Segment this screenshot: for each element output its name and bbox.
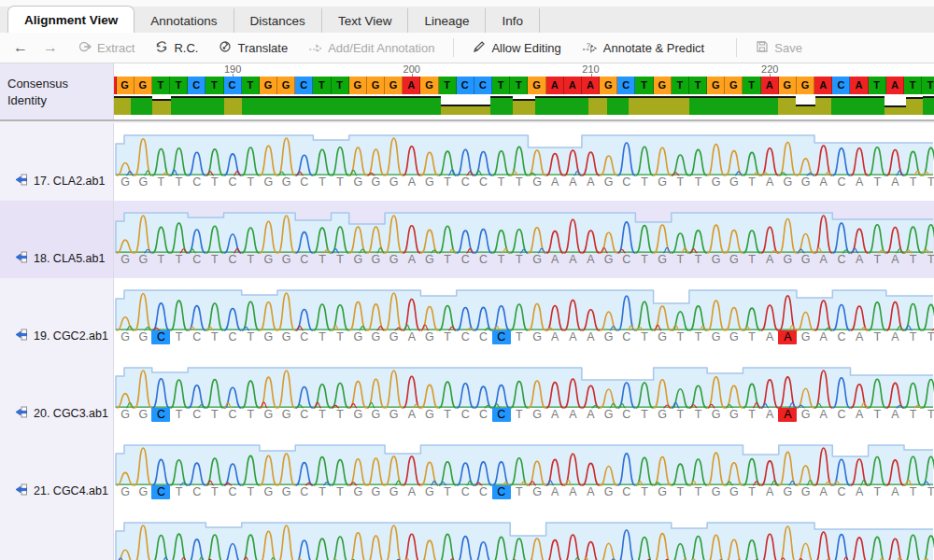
annotate-predict-button[interactable]: ? Annotate & Predict [580,39,706,57]
base[interactable]: T [331,330,349,344]
tab-lineage[interactable]: Lineage [408,8,486,33]
row-name[interactable]: 20. CGC3.ab1 [15,406,108,421]
base[interactable]: C [492,408,511,422]
base[interactable]: A [760,485,779,499]
consensus-base[interactable]: T [510,77,528,94]
base[interactable]: G [600,330,618,344]
base[interactable]: T [241,408,260,422]
consensus-base[interactable]: C [224,77,242,94]
base[interactable]: A [885,330,904,344]
base[interactable]: G [116,408,134,422]
base[interactable]: A [885,485,904,499]
base[interactable]: T [635,485,654,499]
translate-button[interactable]: Translate [217,38,290,57]
base[interactable]: T [510,253,529,267]
base[interactable]: G [600,175,618,189]
base[interactable]: C [188,330,206,344]
rc-button[interactable]: R.C. [153,38,200,57]
base[interactable]: T [438,408,457,422]
base[interactable]: G [725,330,743,344]
base[interactable]: A [563,485,582,499]
consensus-base[interactable]: G [420,77,438,94]
base[interactable]: T [868,408,886,422]
base[interactable]: A [814,408,833,422]
base[interactable]: G [653,175,672,189]
consensus-base[interactable]: A [814,77,832,94]
base[interactable]: G [366,175,385,189]
sequence-letters[interactable]: GGCTCTCTGGCTTGGGAGTCCCTGAAAGCTGTTGGTAAGA… [114,330,934,345]
base[interactable]: C [832,175,851,189]
base[interactable]: G [348,175,367,189]
sequence-letters[interactable]: GGTTCTCTGGCTTGGGAGTCCTTGAAAGCTGTTGGTAGGA… [114,253,934,268]
base[interactable]: G [277,175,296,189]
base[interactable]: T [331,485,349,499]
base[interactable]: G [348,485,367,499]
base[interactable]: C [617,408,636,422]
base[interactable]: G [653,330,672,344]
base[interactable]: T [868,330,886,344]
base[interactable]: C [617,330,636,344]
base[interactable]: A [582,408,601,422]
base[interactable]: G [385,330,403,344]
base[interactable]: C [456,253,474,267]
consensus-base[interactable]: A [850,77,868,94]
base[interactable]: G [420,175,439,189]
consensus-base[interactable]: T [492,77,510,94]
base[interactable]: G [259,485,277,499]
base[interactable]: G [277,253,296,267]
chromatogram-area[interactable]: GGCTCTCTGGCTTGGGAGTCCCTGAAAGCTGTTGGTAGGA… [114,433,934,511]
consensus-base[interactable]: T [242,77,260,94]
base[interactable]: T [170,253,189,267]
base[interactable]: T [635,253,654,267]
consensus-base[interactable]: A [761,77,779,94]
base[interactable]: C [492,330,511,344]
consensus-base[interactable]: T [152,77,170,94]
base[interactable]: T [151,175,170,189]
base[interactable]: G [528,485,546,499]
base[interactable]: T [922,175,934,189]
base[interactable]: C [832,330,851,344]
consensus-base[interactable]: T [313,77,331,94]
consensus-base[interactable]: T [743,77,760,94]
base[interactable]: T [868,253,886,267]
base[interactable]: T [438,175,457,189]
base[interactable]: C [474,330,493,344]
base[interactable]: A [850,485,869,499]
base[interactable]: C [474,253,493,267]
base[interactable]: T [635,330,654,344]
base[interactable]: T [313,408,332,422]
base[interactable]: T [922,408,934,422]
base[interactable]: A [545,485,564,499]
consensus-base[interactable]: A [564,77,582,94]
consensus-base[interactable]: C [474,77,492,94]
save-button[interactable]: Save [754,38,804,57]
consensus-base[interactable]: G [600,77,617,94]
base[interactable]: G [707,175,726,189]
base[interactable]: A [563,330,582,344]
base[interactable]: G [600,485,618,499]
base[interactable]: A [403,485,421,499]
consensus-base[interactable]: G [707,77,725,94]
base[interactable]: G [707,253,726,267]
base[interactable]: C [456,330,474,344]
consensus-base[interactable]: G [277,77,295,94]
base[interactable]: T [170,408,189,422]
allow-editing-button[interactable]: Allow Editing [471,38,562,57]
base[interactable]: T [241,330,260,344]
base[interactable]: T [743,175,761,189]
consensus-base[interactable]: C [617,77,635,94]
consensus-base[interactable]: C [295,77,313,94]
base[interactable]: G [778,253,797,267]
row-name[interactable]: 21. CGC4.ab1 [15,483,108,498]
base[interactable]: C [223,485,242,499]
base[interactable]: T [205,485,224,499]
base[interactable]: G [797,175,815,189]
base[interactable]: A [814,485,833,499]
base[interactable]: A [403,330,421,344]
base[interactable]: T [635,408,654,422]
chromatogram-area[interactable]: GGCTCTCTGGCTTGGGAGTCCCTGAAAGCTGTTGGTAAGA… [114,356,934,433]
consensus-base[interactable]: A [582,77,600,94]
tab-distances[interactable]: Distances [234,8,322,33]
base[interactable]: T [635,175,654,189]
base[interactable]: T [492,253,511,267]
